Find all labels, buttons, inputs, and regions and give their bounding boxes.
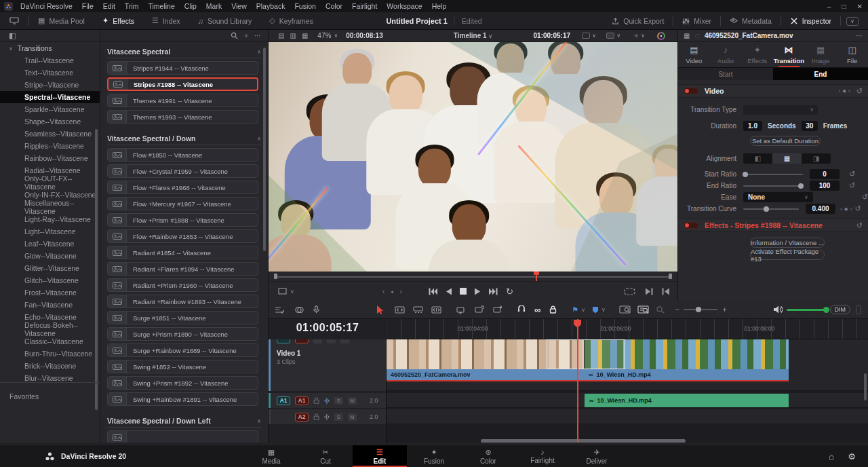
effects-section-header[interactable]: Effects - Stripes #1988 -- Vitascene ↺ (678, 219, 868, 232)
viewer-video-frame[interactable] (269, 42, 677, 272)
inspector-tab[interactable]: ▦ Image (805, 42, 837, 67)
toolbar-panel-button[interactable]: ☰ Index (143, 12, 189, 30)
audio-track-header-a1[interactable]: A1 A1 ‹|› S M 2.0 (269, 393, 386, 408)
timeline-options-icon[interactable] (275, 306, 284, 314)
sizing-mode-icon[interactable] (278, 288, 287, 295)
transitions-category[interactable]: Brick--Vitascene (0, 360, 100, 372)
timeline-playhead-head[interactable] (573, 319, 582, 329)
duration-seconds-field[interactable]: 1.0 (743, 121, 762, 131)
effects-panel-menu-icon[interactable]: ⋯ (254, 32, 261, 39)
audio-track-badge[interactable]: A1 (277, 396, 290, 405)
effect-item[interactable]: Flow #1850 -- Vitascene (107, 148, 258, 162)
effects-section-header[interactable]: Vitascene Spectral / Down Left ∧ (107, 417, 261, 428)
effect-item[interactable]: Radiant +Rainbow #1893 -- Vitascene (107, 295, 258, 308)
go-to-end-button[interactable] (489, 288, 498, 295)
transitions-category[interactable]: Defocus-Bokeh--Vitascene (0, 323, 100, 335)
toolbar-panel-button[interactable]: ◇ Keyframes (260, 12, 322, 30)
mute-button[interactable]: M (348, 397, 357, 405)
next-keyframe-icon[interactable]: › (850, 206, 852, 212)
go-to-start-button[interactable] (429, 288, 437, 295)
start-ratio-slider[interactable] (743, 174, 803, 175)
inspector-tab[interactable]: ⋈ Transition (773, 42, 805, 67)
inspector-tab[interactable]: ✦ Effects (741, 42, 773, 67)
scrub-in-handle[interactable] (274, 274, 277, 279)
menu-item[interactable]: Color (321, 2, 347, 10)
tree-expander-icon[interactable]: ∨ (9, 45, 13, 52)
auto-select-icon[interactable]: ‹|› (324, 397, 330, 404)
transitions-category[interactable]: Glow--Vitascene (0, 250, 100, 262)
favorites-section[interactable]: Favorites (0, 382, 100, 400)
prev-keyframe-icon[interactable]: ‹ (838, 88, 840, 94)
marker-chevron-icon[interactable]: ∨ (601, 307, 606, 313)
effects-section-header[interactable]: Vitascene Spectral / Down ∧ (107, 134, 261, 145)
reset-ease-icon[interactable]: ↺ (862, 193, 868, 202)
transitions-category[interactable]: Trail--Vitascene (0, 54, 100, 67)
position-lock-icon[interactable] (549, 305, 557, 314)
keyframe-icon[interactable]: ◆ (844, 206, 848, 212)
transition-curve-slider[interactable] (743, 208, 799, 210)
toolbar-panel-button[interactable]: ▦ Media Pool (29, 12, 94, 30)
effect-item[interactable]: Surge #1851 -- Vitascene (107, 311, 258, 324)
page-button[interactable]: ✂ Cut (298, 445, 353, 467)
video-clip-name-bar[interactable]: ∞10_Wiesn_HD.mp4 (585, 369, 789, 380)
replace-clip-icon[interactable] (493, 305, 502, 314)
menu-item[interactable]: File (77, 2, 98, 10)
transitions-category[interactable]: Burn-Thru--Vitascene (0, 348, 100, 360)
reset-start-ratio-icon[interactable]: ↺ (849, 170, 855, 179)
toolbar-panel-button[interactable]: ✦ Effects (94, 12, 143, 30)
zoom-chevron-icon[interactable]: ∨ (334, 33, 338, 39)
sidebar-scrollbar[interactable] (95, 129, 98, 410)
solo-button[interactable]: S (334, 413, 343, 421)
menu-item[interactable]: Help (427, 2, 452, 10)
start-ratio-value[interactable]: 0 (810, 169, 840, 179)
effect-item[interactable]: Swing +Prism #1892 -- Vitascene (107, 376, 258, 390)
inspector-tab[interactable]: ▤ Video (678, 42, 710, 67)
audio-destination-badge[interactable]: A2 (295, 413, 309, 422)
timeline-vertical-scrollbar[interactable] (864, 373, 867, 400)
reset-end-ratio-icon[interactable]: ↺ (849, 181, 855, 190)
timeline-ruler[interactable]: 01:00:04:00 01:00:06:00 01:00:08:00 (387, 319, 868, 339)
window-close-button[interactable]: ✕ (857, 3, 863, 10)
next-keyframe-icon[interactable]: › (400, 288, 402, 295)
solo-button[interactable]: S (334, 397, 343, 405)
effect-item[interactable]: Swing +Rainbow #1891 -- Vitascene (107, 392, 258, 406)
transitions-category[interactable]: Text--Vitascene (0, 67, 100, 79)
custom-zoom-icon[interactable] (619, 305, 631, 314)
section-collapse-icon[interactable]: ∧ (257, 418, 261, 424)
sidebar-toggle-icon[interactable]: ◧ (9, 31, 16, 40)
menu-item[interactable]: Fairlight (347, 2, 382, 10)
set-default-duration-button[interactable]: Set as Default Duration (750, 136, 821, 146)
play-reverse-button[interactable] (446, 288, 452, 295)
reset-effects-icon[interactable]: ↺ (856, 221, 863, 230)
transitions-root[interactable]: ∨ Transitions (0, 42, 100, 54)
dim-audio-button[interactable]: DIM (830, 305, 851, 314)
audio-track-lane-a1[interactable]: ∞10_Wiesn_HD.mp4 (387, 393, 868, 408)
window-maximize-button[interactable]: □ (842, 3, 846, 10)
transition-end-tab[interactable]: End (773, 68, 868, 80)
effect-item[interactable]: Stripes #1988 -- Vitascene (107, 77, 258, 91)
effect-item[interactable]: Themes #1993 -- Vitascene (107, 110, 258, 124)
play-around-icon[interactable] (646, 288, 653, 295)
transitions-category[interactable]: Light-Ray--Vitascene (0, 213, 100, 225)
end-ratio-value[interactable]: 100 (810, 181, 840, 191)
transitions-category[interactable]: Shape--Vitascene (0, 115, 100, 128)
display-mode-2-icon[interactable]: ▥ (290, 32, 296, 39)
video-enable-toggle[interactable] (684, 88, 698, 94)
stop-button[interactable] (460, 288, 467, 295)
inspector-button[interactable]: Inspector (781, 12, 840, 30)
menu-item[interactable]: Edit (98, 2, 120, 10)
effect-item[interactable]: Surge +Prism #1890 -- Vitascene (107, 327, 258, 341)
transform-tool-dropdown[interactable]: ∨ (582, 33, 596, 39)
page-button[interactable]: ♪ Fairlight (515, 445, 570, 467)
video-clip-name-bar[interactable]: 460952520_FatCamera.mov (387, 369, 585, 380)
transitions-category[interactable]: Seamless--Vitascene (0, 128, 100, 140)
effect-item[interactable]: Flow +Rainbow #1853 -- Vitascene (107, 229, 258, 243)
reset-curve-icon[interactable]: ↺ (854, 204, 861, 213)
video-track-lane[interactable]: 460952520_FatCamera.mov ∞10_Wiesn_HD.mp4 (387, 339, 868, 391)
display-mode-1-icon[interactable]: ▤ (278, 32, 284, 39)
transitions-category[interactable]: Only-OUT-FX--Vitascene (0, 176, 100, 189)
detail-zoom-icon[interactable] (637, 305, 649, 314)
timeline-horizontal-scrollbar[interactable] (481, 439, 686, 443)
transitions-category[interactable]: Glitter--Vitascene (0, 262, 100, 274)
align-start-button[interactable]: ◧ (743, 153, 772, 164)
